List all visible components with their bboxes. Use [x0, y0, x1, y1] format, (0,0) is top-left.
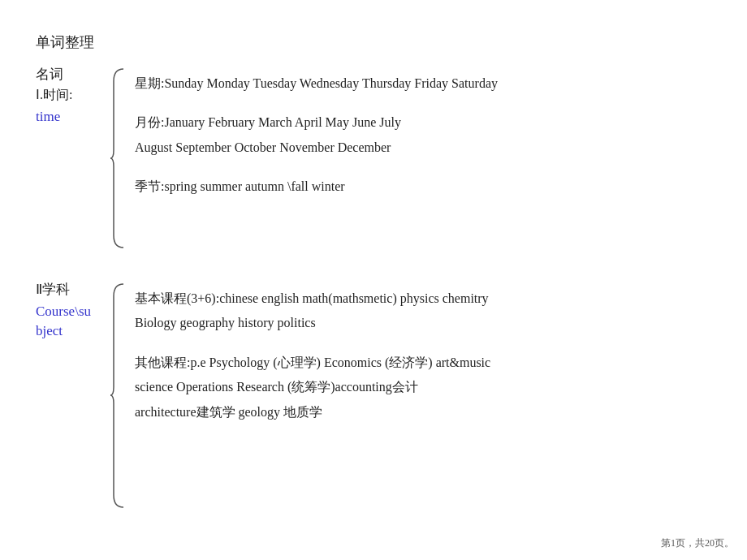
basic-courses-block: 基本课程(3+6):chinese english math(mathsmeti…	[135, 286, 731, 336]
section-2-brace-area: 基本课程(3+6):chinese english math(mathsmeti…	[109, 280, 731, 511]
weekdays-line: 星期:Sunday Monday Tuesday Wednesday Thurs…	[135, 71, 731, 96]
section-subject-course: Ⅱ学科 Course\subject 基本课程(3+6):chinese eng…	[36, 280, 731, 511]
time-accent: time	[36, 109, 60, 125]
seasons-line: 季节:spring summer autumn \fall winter	[135, 174, 731, 199]
other-courses-block: 其他课程:p.e Psychology (心理学) Economics (经济学…	[135, 351, 731, 424]
weekdays-block: 星期:Sunday Monday Tuesday Wednesday Thurs…	[135, 71, 731, 96]
other-courses-line3: architecture建筑学 geology 地质学	[135, 400, 731, 424]
page-footer: 第1页，共20页。	[661, 536, 734, 550]
basic-courses-line1: 基本课程(3+6):chinese english math(mathsmeti…	[135, 286, 731, 311]
section-1-content: 星期:Sunday Monday Tuesday Wednesday Thurs…	[125, 65, 731, 252]
left-brace-1	[109, 65, 125, 252]
section-1-brace-area: 星期:Sunday Monday Tuesday Wednesday Thurs…	[109, 65, 731, 252]
seasons-block: 季节:spring summer autumn \fall winter	[135, 174, 731, 199]
section-2-content: 基本课程(3+6):chinese english math(mathsmeti…	[125, 280, 731, 511]
section-1-label: 名词 Ⅰ.时间: time	[36, 65, 101, 125]
section-2-label: Ⅱ学科 Course\subject	[36, 280, 101, 341]
section-noun-time: 名词 Ⅰ.时间: time 星期:Sunday Monday Tuesday W…	[36, 65, 731, 252]
left-brace-2	[109, 280, 125, 511]
subject-label: Ⅱ学科	[36, 280, 70, 299]
other-courses-line1: 其他课程:p.e Psychology (心理学) Economics (经济学…	[135, 351, 731, 375]
course-accent: Course\subject	[36, 302, 94, 341]
time-sublabel: Ⅰ.时间:	[36, 87, 72, 104]
other-courses-line2: science Operations Research (统筹学)account…	[135, 375, 731, 399]
months-line2: August September October November Decemb…	[135, 136, 731, 160]
months-line1: 月份:January February March April May June…	[135, 110, 731, 135]
noun-label: 名词	[36, 65, 63, 84]
basic-courses-line2: Biology geography history politics	[135, 311, 731, 335]
months-block: 月份:January February March April May June…	[135, 110, 731, 160]
page-title: 单词整理	[36, 32, 94, 52]
